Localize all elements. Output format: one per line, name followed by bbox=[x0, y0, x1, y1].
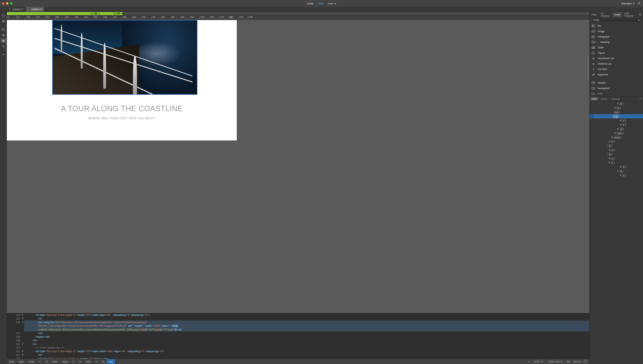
inspect-icon[interactable] bbox=[1, 44, 6, 49]
dom-node[interactable]: td bbox=[590, 169, 643, 173]
dom-node[interactable]: table bbox=[590, 131, 643, 135]
breadcrumb-item[interactable]: td bbox=[43, 359, 50, 364]
insert-item-paragraph[interactable]: Paragraph bbox=[590, 34, 643, 40]
dom-node[interactable]: tr bbox=[590, 122, 643, 127]
breadcrumb-item[interactable]: tr bbox=[93, 359, 100, 364]
sync-settings-icon[interactable] bbox=[637, 2, 641, 6]
dom-node[interactable]: td bbox=[590, 102, 643, 106]
workspace-selector[interactable]: Standard bbox=[621, 2, 634, 5]
selected-image[interactable] bbox=[52, 20, 197, 95]
dom-node[interactable]: tbody bbox=[590, 135, 643, 140]
breadcrumb-item[interactable]: td bbox=[77, 359, 84, 364]
code-line[interactable]: 144▼ <td style="font-size: 0; line-heigh… bbox=[7, 313, 589, 317]
insert-item-div[interactable]: Div bbox=[590, 23, 643, 29]
dom-node[interactable]: td bbox=[590, 152, 643, 156]
sliders-icon[interactable] bbox=[1, 19, 6, 24]
insert-item-heading[interactable]: H1▸Heading bbox=[590, 40, 643, 45]
breakpoint-marker[interactable]: ◀◀◀ 600 px bbox=[113, 12, 123, 15]
dom-node[interactable]: td bbox=[590, 144, 643, 148]
insert-item-image[interactable]: Image bbox=[590, 29, 643, 34]
dom-node[interactable]: tr bbox=[590, 160, 643, 165]
code-line[interactable]: 153▼ <tr> bbox=[7, 353, 589, 357]
insert-item-ordered-list[interactable]: olOrdered List bbox=[590, 61, 643, 66]
insert-item-table[interactable]: Table bbox=[590, 45, 643, 50]
dom-node[interactable]: tr bbox=[590, 173, 643, 178]
breakpoint-bar[interactable]: ◀◀◀ 480 px◀◀◀ 600 px bbox=[7, 12, 589, 15]
zoom-window-button[interactable] bbox=[10, 2, 13, 4]
dom-node[interactable]: +img bbox=[590, 114, 643, 118]
tab-css-designer[interactable]: CSS Designer bbox=[622, 12, 637, 17]
panel-menu-icon[interactable]: ☰ bbox=[638, 97, 643, 101]
tab-files[interactable]: Files bbox=[590, 12, 598, 17]
insert-item-unordered-list[interactable]: ulUnordered List bbox=[590, 56, 643, 61]
dom-node[interactable]: tr bbox=[590, 118, 643, 122]
doc-tab[interactable]: ✕ Untitled-2* bbox=[26, 7, 45, 12]
code-line[interactable]: 145▼ <tr> bbox=[7, 317, 589, 320]
dom-node[interactable]: tr bbox=[590, 148, 643, 152]
breadcrumb-item[interactable]: img bbox=[107, 359, 115, 364]
breadcrumb-item[interactable]: table bbox=[84, 359, 93, 364]
dom-node[interactable]: tr bbox=[590, 156, 643, 160]
code-line[interactable]: 150▼ <tr> bbox=[7, 342, 589, 346]
dom-node[interactable]: td bbox=[590, 127, 643, 131]
related-files-icon[interactable] bbox=[1, 33, 6, 38]
view-split[interactable]: Split bbox=[318, 2, 323, 5]
tab-insert[interactable]: Insert bbox=[612, 12, 622, 17]
insert-category[interactable]: HTML bbox=[590, 17, 643, 23]
viewport-size-selector[interactable]: 1239 x 534 bbox=[547, 360, 563, 364]
breadcrumb-item[interactable]: tr bbox=[37, 359, 43, 364]
code-line[interactable]: 149 </tr> bbox=[7, 339, 589, 342]
file-management-icon[interactable] bbox=[1, 13, 6, 18]
add-element-icon[interactable]: + bbox=[590, 115, 594, 118]
code-line[interactable]: 152▼ <td style="font-size: 0; line-heigh… bbox=[7, 350, 589, 353]
dom-node[interactable]: tr bbox=[590, 165, 643, 169]
breadcrumb-item[interactable]: table bbox=[17, 359, 27, 364]
insert-item-navigation[interactable]: Navigation bbox=[590, 86, 643, 91]
code-line[interactable]: 151 <!-- HTML Spacer row --> bbox=[7, 346, 589, 350]
breakpoint-marker[interactable]: ◀◀◀ 480 px bbox=[90, 12, 100, 15]
tab-snippets[interactable]: Snippets bbox=[609, 97, 622, 101]
code-view[interactable]: 144▼ <td style="font-size: 0; line-heigh… bbox=[7, 313, 589, 359]
code-line[interactable]: 154 <td style="font-size: 0; line-height… bbox=[7, 357, 589, 359]
minimize-window-button[interactable] bbox=[6, 2, 9, 4]
scrollbar-vertical[interactable] bbox=[587, 56, 589, 80]
code-line[interactable]: src="file:///Macintosh HD/Users/steve/Do… bbox=[7, 328, 589, 332]
preview-icon[interactable] bbox=[584, 360, 587, 363]
breadcrumb-item[interactable]: td bbox=[100, 359, 107, 364]
insert-item-hyperlink[interactable]: Hyperlink bbox=[590, 72, 643, 78]
dom-node[interactable]: td bbox=[590, 106, 643, 110]
close-tab-icon[interactable]: ✕ bbox=[9, 8, 11, 11]
language-selector[interactable]: HTML bbox=[533, 360, 544, 364]
breadcrumb-item[interactable]: tbody bbox=[60, 359, 70, 364]
tab-dom[interactable]: DOM bbox=[590, 97, 599, 101]
code-line[interactable]: 148 </table></td> bbox=[7, 335, 589, 339]
code-line[interactable]: 147 </tr> bbox=[7, 332, 589, 335]
breadcrumb-item[interactable]: tbody bbox=[27, 359, 37, 364]
expand-icon[interactable] bbox=[1, 27, 6, 32]
close-tab-icon[interactable]: ✕ bbox=[28, 8, 30, 11]
breadcrumb-item[interactable]: table bbox=[50, 359, 60, 364]
more-tools-icon[interactable] bbox=[1, 52, 6, 57]
code-line[interactable]: 146▼ <td ><img src="file:///Macintosh HD… bbox=[7, 320, 589, 324]
tab-assets[interactable]: Assets bbox=[599, 97, 609, 101]
no-errors-icon[interactable]: ✔ bbox=[528, 360, 530, 363]
code-line[interactable]: 2021/en_US/Configuration/Temp/Assets/eam… bbox=[7, 324, 589, 328]
insert-item-header[interactable]: Header bbox=[590, 80, 643, 86]
close-window-button[interactable] bbox=[2, 2, 5, 4]
page-headline[interactable]: A TOUR ALONG THE COASTLINE bbox=[7, 104, 237, 113]
view-live[interactable]: Live bbox=[328, 2, 336, 5]
view-code[interactable]: Code bbox=[307, 2, 313, 5]
insert-item-list-item[interactable]: liList Item bbox=[590, 66, 643, 72]
breadcrumb-item[interactable]: tr bbox=[70, 359, 77, 364]
dom-node[interactable]: tr bbox=[590, 140, 643, 144]
insert-item-figure[interactable]: Figure bbox=[590, 50, 643, 56]
page-subhead[interactable]: WHERE WILL YOUR FEET TAKE YOU NEXT? bbox=[7, 116, 237, 120]
tab-cc-libraries[interactable]: CC Libraries bbox=[598, 12, 612, 17]
design-view[interactable]: A TOUR ALONG THE COASTLINE WHERE WILL YO… bbox=[7, 20, 589, 313]
doc-tab[interactable]: ✕ Untitled-1* bbox=[7, 7, 26, 12]
insert-item-main[interactable]: Main bbox=[590, 91, 643, 96]
breadcrumb-item[interactable]: body bbox=[7, 359, 17, 364]
dom-tree[interactable]: tdtdimg+imgtrtrtdtabletbodytrtdtrtdtrtrt… bbox=[590, 101, 643, 364]
panel-menu-icon[interactable]: ☰ bbox=[637, 12, 643, 17]
dom-node[interactable]: img bbox=[590, 110, 643, 114]
